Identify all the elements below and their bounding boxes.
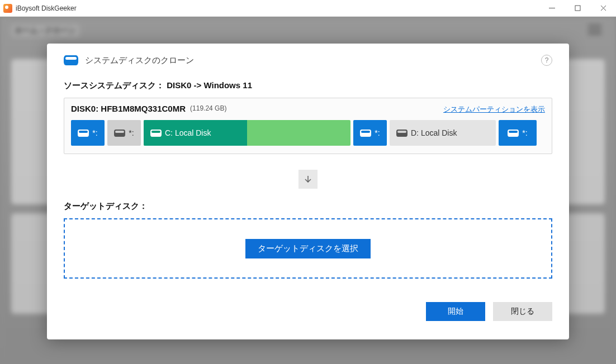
app-body: ホーム › クローン システムディスクのクローン ? ソースシステムディスク： … [0, 17, 616, 364]
partition-label: *: [375, 128, 380, 137]
show-system-partitions-link[interactable]: システムパーティションを表示 [443, 104, 545, 114]
partition-c[interactable]: C: Local Disk [144, 120, 350, 146]
breadcrumb: ホーム › クローン [11, 25, 79, 37]
hamburger-icon [588, 25, 601, 35]
partition-label: *: [522, 128, 527, 137]
disk-icon [64, 55, 78, 65]
window-title: iBoysoft DiskGeeker [16, 4, 77, 12]
window-minimize-button[interactable] [539, 0, 565, 17]
drive-icon [508, 130, 519, 137]
dialog-header: システムディスクのクローン ? [64, 55, 552, 66]
help-button[interactable]: ? [541, 55, 552, 66]
source-disk-name: DISK0: HFB1M8MQ331C0MR [71, 104, 186, 113]
partition-label: *: [129, 128, 134, 137]
partition-label: D: Local Disk [411, 128, 457, 137]
close-button[interactable]: 閉じる [493, 302, 552, 321]
app-icon [3, 4, 12, 13]
drive-icon [360, 130, 371, 137]
source-disk-box: DISK0: HFB1M8MQ331C0MR (119.24 GB) システムパ… [64, 98, 552, 154]
arrow-down-icon [298, 170, 318, 189]
drive-icon [396, 130, 407, 137]
partition-label: C: Local Disk [165, 128, 211, 137]
partition-d[interactable]: D: Local Disk [390, 120, 496, 146]
dialog-title: システムディスクのクローン [85, 55, 194, 66]
source-disk-size: (119.24 GB) [190, 104, 226, 112]
partition-reserved-3[interactable]: *: [353, 120, 387, 146]
partition-row: *: *: C: Local Disk *: [71, 120, 545, 146]
partition-label: *: [92, 128, 97, 137]
partition-reserved-1[interactable]: *: [71, 120, 105, 146]
titlebar: iBoysoft DiskGeeker [0, 0, 616, 17]
drive-icon [114, 130, 125, 137]
window-close-button[interactable] [590, 0, 616, 17]
partition-reserved-4[interactable]: *: [499, 120, 537, 146]
window-maximize-button[interactable] [565, 0, 590, 17]
target-disk-dropzone[interactable]: ターゲットディスクを選択 [64, 218, 552, 279]
select-target-disk-button[interactable]: ターゲットディスクを選択 [245, 239, 371, 258]
drive-icon [150, 130, 162, 137]
target-disk-label: ターゲットディスク： [64, 201, 552, 212]
source-disk-label: ソースシステムディスク： DISK0 -> Windows 11 [64, 80, 552, 91]
svg-rect-0 [575, 6, 580, 11]
drive-icon [78, 130, 89, 137]
clone-system-disk-dialog: システムディスクのクローン ? ソースシステムディスク： DISK0 -> Wi… [47, 44, 569, 339]
partition-reserved-2[interactable]: *: [107, 120, 141, 146]
dialog-footer: 開始 閉じる [64, 302, 552, 321]
start-button[interactable]: 開始 [426, 302, 485, 321]
